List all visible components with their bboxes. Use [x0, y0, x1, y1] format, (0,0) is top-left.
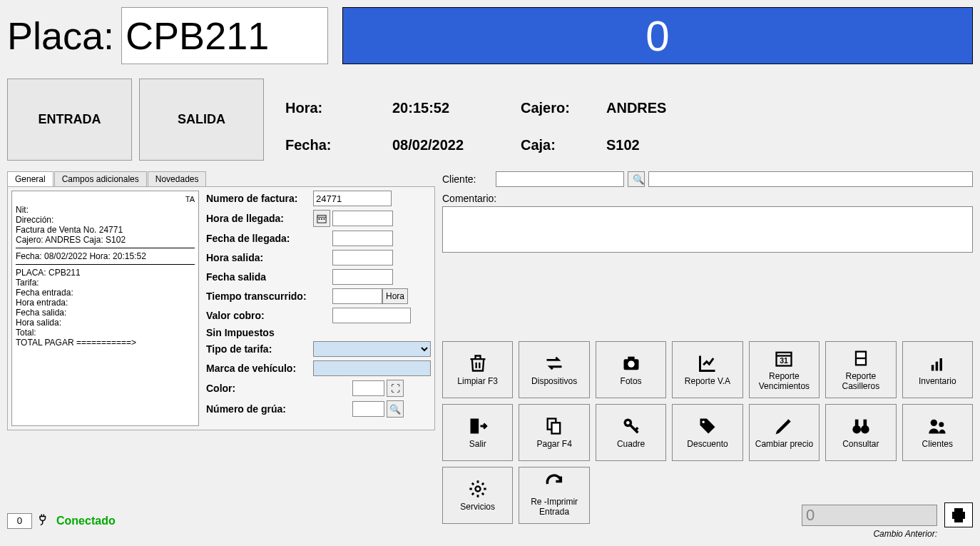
salida-button[interactable]: SALIDA [139, 79, 264, 161]
limpiar-f3-button[interactable]: Limpiar F3 [442, 341, 513, 398]
placa-input[interactable] [121, 7, 328, 64]
gear-icon [468, 479, 488, 499]
redo-icon [544, 474, 564, 494]
svg-point-8 [628, 361, 634, 368]
cliente-input[interactable] [496, 171, 624, 187]
tab-campos-adicionales[interactable]: Campos adicionales [54, 171, 147, 186]
tiempo-label: Tiempo transcurrido: [206, 290, 313, 302]
cliente-search-button[interactable]: 🔍 [628, 171, 645, 187]
sin-impuestos-label: Sin Impuestos [206, 327, 431, 338]
marca-label: Marca de vehículo: [206, 363, 313, 374]
receipt-total-pagar: TOTAL PAGAR ===========> [16, 338, 195, 348]
receipt-hora-salida: Hora salida: [16, 318, 195, 328]
receipt-placa: PLACA: CPB211 [16, 268, 195, 278]
reporte-vencimientos-button[interactable]: 31Reporte Vencimientos [749, 341, 820, 398]
svg-point-31 [475, 487, 480, 492]
dispositivos-button[interactable]: Dispositivos [519, 341, 589, 398]
cambio-anterior-label: Cambio Anterior: [873, 529, 937, 539]
hora-label: Hora: [285, 100, 378, 116]
consultar-button[interactable]: Consultar [825, 404, 896, 461]
svg-point-25 [852, 425, 861, 434]
grid-btn-label: Reporte Vencimientos [751, 371, 817, 391]
receipt-cajero: Cajero: ANDRES Caja: S102 [16, 235, 195, 245]
numero-factura-input[interactable] [313, 191, 392, 206]
hora-button[interactable]: Hora [382, 288, 408, 304]
fecha-llegada-input[interactable] [332, 231, 393, 246]
placa-label: Placa: [7, 14, 114, 58]
tipo-tarifa-select[interactable] [313, 341, 431, 357]
svg-rect-2 [319, 218, 320, 220]
svg-rect-28 [863, 420, 867, 426]
grid-btn-label: Pagar F4 [536, 439, 571, 449]
cajero-value: ANDRES [606, 100, 713, 116]
info-grid: Hora: 20:15:52 Cajero: ANDRES Fecha: 08/… [285, 79, 713, 161]
marca-input[interactable] [313, 360, 431, 376]
calendar-icon[interactable] [313, 210, 330, 227]
calendar-icon: 31 [774, 348, 794, 368]
svg-rect-3 [321, 218, 322, 220]
svg-point-29 [931, 420, 937, 426]
valor-cobro-label: Valor cobro: [206, 310, 313, 321]
receipt-fecha: Fecha: 08/02/2022 Hora: 20:15:52 [16, 251, 195, 261]
fecha-salida-input[interactable] [332, 269, 393, 285]
tab-general[interactable]: General [7, 171, 53, 186]
locker-icon [851, 348, 871, 368]
grid-btn-label: Reporte V.A [685, 376, 730, 386]
svg-rect-18 [940, 358, 943, 371]
salir-button[interactable]: Salir [442, 404, 513, 461]
bars-icon [927, 353, 947, 373]
numero-factura-label: Numero de factura: [206, 193, 313, 204]
grid-btn-label: Fotos [621, 376, 642, 386]
svg-text:31: 31 [780, 356, 789, 365]
cambiar-precio-button[interactable]: Cambiar precio [749, 404, 820, 461]
grua-label: Número de grúa: [206, 403, 313, 415]
cuadre-button[interactable]: Cuadre [596, 404, 666, 461]
binocular-icon [851, 416, 871, 436]
pagar-f4-button[interactable]: Pagar F4 [519, 404, 589, 461]
svg-rect-27 [855, 420, 859, 426]
footer-counter[interactable] [7, 513, 32, 529]
cambio-anterior-display [802, 505, 937, 526]
copy-icon [544, 416, 564, 436]
caja-value: S102 [606, 137, 713, 153]
trash-icon [468, 353, 488, 373]
hora-llegada-input[interactable] [332, 211, 393, 226]
amount-display: 0 [342, 7, 973, 64]
color-input[interactable] [352, 380, 384, 396]
clientes-button[interactable]: Clientes [902, 404, 973, 461]
hora-value: 20:15:52 [392, 100, 506, 116]
svg-rect-19 [470, 419, 479, 434]
grid-btn-label: Inventario [919, 376, 956, 386]
comentario-label: Comentario: [442, 193, 973, 204]
svg-rect-16 [931, 365, 934, 370]
grua-input[interactable] [352, 401, 384, 417]
entrada-button[interactable]: ENTRADA [7, 79, 132, 161]
inventario-button[interactable]: Inventario [902, 341, 973, 398]
print-button[interactable] [944, 502, 973, 527]
descuento-button[interactable]: Descuento [672, 404, 742, 461]
comentario-textarea[interactable] [442, 206, 973, 253]
tiempo-input[interactable] [332, 288, 382, 304]
svg-rect-4 [324, 218, 325, 220]
cajero-label: Cajero: [521, 100, 592, 116]
search-grua-icon[interactable]: 🔍 [387, 400, 404, 418]
tab-novedades[interactable]: Novedades [148, 171, 207, 186]
receipt-fecha-entrada: Fecha entrada: [16, 288, 195, 298]
reporte-v-a-button[interactable]: Reporte V.A [672, 341, 742, 398]
arrows-icon [544, 353, 564, 373]
cliente-display [648, 171, 973, 187]
svg-rect-21 [552, 423, 561, 433]
hora-salida-label: Hora salida: [206, 252, 313, 263]
svg-point-23 [626, 421, 630, 425]
expand-icon[interactable]: ⛶ [387, 380, 404, 397]
hora-salida-input[interactable] [332, 250, 393, 266]
valor-cobro-input[interactable] [332, 308, 411, 323]
svg-point-26 [861, 425, 869, 434]
grid-btn-label: Descuento [687, 439, 728, 449]
receipt-nit: Nit: [16, 205, 195, 215]
receipt-hora-entrada: Hora entrada: [16, 298, 195, 308]
fotos-button[interactable]: Fotos [596, 341, 666, 398]
reporte-casilleros-button[interactable]: Reporte Casilleros [825, 341, 896, 398]
grid-btn-label: Clientes [922, 439, 953, 449]
grid-btn-label: Limpiar F3 [457, 376, 498, 386]
